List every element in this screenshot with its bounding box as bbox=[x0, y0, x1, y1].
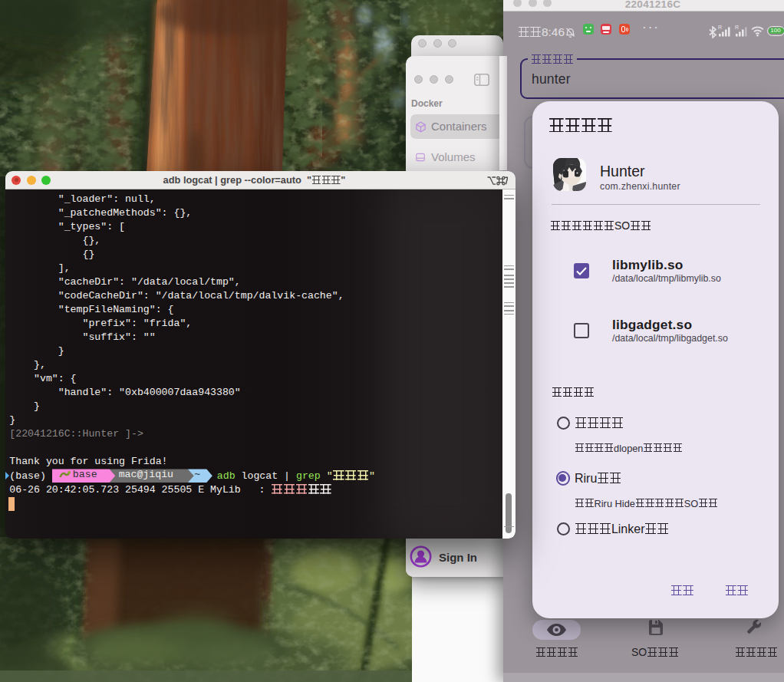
svg-text:R: R bbox=[735, 25, 739, 30]
svg-text:R: R bbox=[718, 25, 722, 30]
